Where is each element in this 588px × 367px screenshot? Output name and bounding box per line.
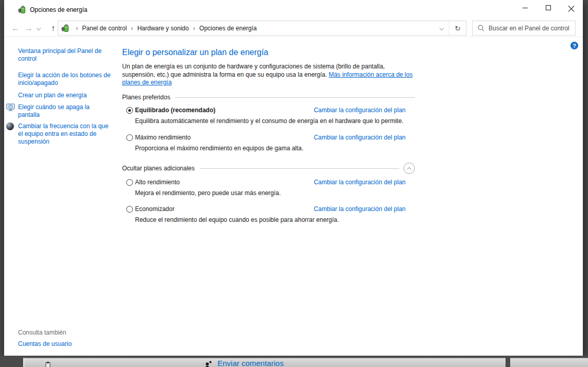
power-options-battery-icon xyxy=(61,24,70,32)
power-options-window: Opciones de energía ← → ↑ › Panel de con… xyxy=(4,0,583,356)
sidebar-item-accion-botones[interactable]: Elegir la acción de los botones de inici… xyxy=(18,72,113,87)
breadcrumb-separator: › xyxy=(193,24,195,32)
sidebar-item-frecuencia-suspension[interactable]: Cambiar la frecuencia con la que el equi… xyxy=(18,123,113,146)
plan-name: Economizador xyxy=(135,205,175,213)
minimize-icon xyxy=(523,8,528,8)
background-window-right xyxy=(510,358,588,367)
sidebar-item-label: Elegir la acción de los botones de inici… xyxy=(18,72,110,86)
feedback-person-icon xyxy=(205,360,212,367)
help-button[interactable]: ? xyxy=(570,42,578,49)
radio-equilibrado[interactable] xyxy=(126,107,133,114)
forward-button[interactable]: → xyxy=(23,20,35,37)
maximize-icon xyxy=(546,5,551,10)
plan-row-equilibrado: Equilibrado (recomendado) Cambiar la con… xyxy=(122,107,415,115)
sidebar-link-cuentas-de-usuario[interactable]: Cuentas de usuario xyxy=(18,340,72,347)
plan-row-alto-rendimiento: Alto rendimiento Cambiar la configuració… xyxy=(122,179,415,187)
plan-name: Máximo rendimiento xyxy=(135,134,191,141)
section-divider-line xyxy=(200,168,399,169)
caption-buttons xyxy=(513,0,583,15)
background-windows-strip: Enviar comentarios xyxy=(0,356,588,367)
breadcrumb-item-opciones-de-energia[interactable]: Opciones de energía xyxy=(199,25,257,32)
refresh-icon: ↻ xyxy=(455,24,461,32)
radio-maximo-rendimiento[interactable] xyxy=(126,134,133,141)
radio-economizador[interactable] xyxy=(126,206,133,213)
window-title: Opciones de energía xyxy=(30,6,87,13)
sidebar-item-ventana-principal[interactable]: Ventana principal del Panel de control xyxy=(18,47,113,63)
power-options-battery-icon xyxy=(18,6,26,14)
back-button[interactable]: ← xyxy=(9,20,22,37)
breadcrumb-separator: › xyxy=(76,24,78,32)
intro-paragraph: Un plan de energía es un conjunto de har… xyxy=(122,63,419,87)
section-label: Planes preferidos xyxy=(122,94,170,101)
address-bar[interactable]: › Panel de control › Hardware y sonido ›… xyxy=(58,21,466,36)
content-area: ? Ventana principal del Panel de control… xyxy=(4,37,583,356)
clipboard-icon xyxy=(45,361,51,367)
breadcrumb-item-panel-de-control[interactable]: Panel de control xyxy=(82,25,127,32)
change-plan-settings-link[interactable]: Cambiar la configuración del plan xyxy=(314,107,406,114)
recent-pages-button[interactable] xyxy=(35,20,42,37)
help-question-icon: ? xyxy=(573,43,576,49)
section-header-planes-preferidos: Planes preferidos xyxy=(122,94,415,101)
chevron-down-icon xyxy=(440,26,444,30)
section-divider-line xyxy=(175,97,415,98)
change-plan-settings-link[interactable]: Cambiar la configuración del plan xyxy=(314,179,406,186)
sidebar-item-label: Cambiar la frecuencia con la que el equi… xyxy=(18,123,108,145)
sidebar-item-label: Elegir cuándo se apaga la pantalla xyxy=(18,103,90,118)
navigation-bar: ← → ↑ › Panel de control › Hardware y so… xyxy=(4,20,583,37)
maximize-button[interactable] xyxy=(536,0,560,15)
plan-name: Alto rendimiento xyxy=(135,179,180,186)
plan-description: Reduce el rendimiento del equipo cuando … xyxy=(135,216,339,223)
breadcrumb-separator: › xyxy=(131,24,133,32)
chevron-down-icon xyxy=(37,26,41,30)
forward-icon: → xyxy=(25,24,33,33)
change-plan-settings-link[interactable]: Cambiar la configuración del plan xyxy=(314,205,406,213)
up-icon: ↑ xyxy=(51,24,55,33)
search-input[interactable] xyxy=(489,25,575,32)
close-icon xyxy=(568,5,575,11)
section-header-planes-adicionales: Ocultar planes adicionales xyxy=(122,163,415,174)
page-title: Elegir o personalizar un plan de energía xyxy=(122,48,268,57)
close-button[interactable] xyxy=(560,0,583,15)
chevron-up-icon xyxy=(407,167,411,171)
plan-row-economizador: Economizador Cambiar la configuración de… xyxy=(122,205,415,214)
see-also-header: Consulta también xyxy=(18,329,72,336)
see-also-section: Consulta también Cuentas de usuario xyxy=(18,329,72,347)
sidebar-item-label: Ventana principal del Panel de control xyxy=(18,47,102,62)
sidebar-item-label: Crear un plan de energía xyxy=(18,92,87,99)
back-icon: ← xyxy=(11,24,20,33)
background-window-left: Enviar comentarios xyxy=(23,358,506,367)
address-dropdown-button[interactable] xyxy=(434,21,449,35)
plan-description: Proporciona el máximo rendimiento en equ… xyxy=(135,145,304,152)
change-plan-settings-link[interactable]: Cambiar la configuración del plan xyxy=(314,134,406,141)
plan-description: Equilibra automáticamente el rendimiento… xyxy=(135,117,404,125)
section-label: Ocultar planes adicionales xyxy=(122,165,195,172)
plan-name: Equilibrado (recomendado) xyxy=(135,107,215,114)
radio-alto-rendimiento[interactable] xyxy=(126,179,133,186)
search-box xyxy=(472,21,576,36)
breadcrumb-item-hardware-y-sonido[interactable]: Hardware y sonido xyxy=(137,25,189,32)
search-icon xyxy=(478,25,484,31)
enviar-comentarios-link[interactable]: Enviar comentarios xyxy=(217,359,283,367)
title-bar: Opciones de energía xyxy=(4,0,583,20)
task-sidebar: Ventana principal del Panel de control E… xyxy=(4,37,122,356)
sleep-sphere-icon xyxy=(6,123,14,130)
sidebar-item-apagar-pantalla[interactable]: Elegir cuándo se apaga la pantalla xyxy=(18,103,113,119)
plan-description: Mejora el rendimiento, pero puede usar m… xyxy=(135,189,281,197)
collapse-section-button[interactable] xyxy=(404,163,415,174)
minimize-button[interactable] xyxy=(513,0,536,15)
display-clock-icon xyxy=(6,103,15,112)
refresh-button[interactable]: ↻ xyxy=(449,21,466,35)
desktop: { "window": { "title": "Opciones de ener… xyxy=(0,0,588,367)
feedback-item: Enviar comentarios xyxy=(205,359,283,367)
sidebar-item-crear-plan[interactable]: Crear un plan de energía xyxy=(18,92,113,99)
plan-row-maximo-rendimiento: Máximo rendimiento Cambiar la configurac… xyxy=(122,134,415,142)
